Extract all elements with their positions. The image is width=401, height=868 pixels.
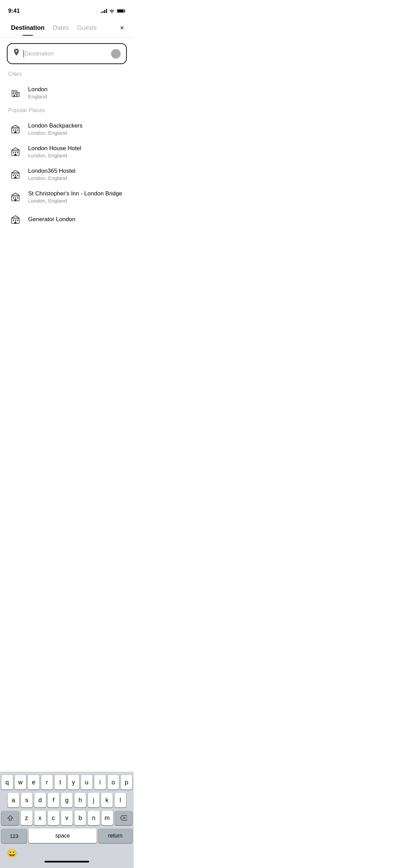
svg-rect-4 xyxy=(13,92,14,93)
svg-rect-1 xyxy=(125,10,125,12)
tab-bar: Destination Dates Guests × xyxy=(0,17,134,35)
svg-rect-7 xyxy=(15,93,16,94)
svg-rect-25 xyxy=(17,175,18,176)
svg-rect-18 xyxy=(13,152,14,153)
svg-rect-9 xyxy=(17,92,19,97)
hostel-icon xyxy=(8,167,23,181)
city-icon xyxy=(8,85,23,100)
svg-rect-15 xyxy=(17,130,18,131)
place-name: London365 Hostel xyxy=(28,168,75,174)
tab-destination[interactable]: Destination xyxy=(7,22,49,34)
place-name: Generator London xyxy=(28,216,75,223)
svg-rect-16 xyxy=(14,131,16,133)
list-item[interactable]: Generator London xyxy=(0,208,134,231)
search-input[interactable]: Destination xyxy=(23,50,108,58)
svg-rect-13 xyxy=(13,130,14,131)
hostel-icon xyxy=(8,190,23,204)
svg-rect-34 xyxy=(15,220,16,221)
city-sub: England xyxy=(28,94,48,99)
place-sub: London, England xyxy=(28,175,75,181)
svg-rect-35 xyxy=(17,220,18,221)
place-item-text: London Backpackers London, England xyxy=(28,122,83,136)
svg-rect-14 xyxy=(15,130,16,131)
svg-rect-36 xyxy=(14,222,16,224)
svg-rect-5 xyxy=(15,92,16,93)
city-name: London xyxy=(28,86,48,93)
status-icons xyxy=(101,9,125,13)
place-name: St Christopher's Inn - London Bridge xyxy=(28,190,122,197)
tab-divider xyxy=(0,37,134,38)
battery-icon xyxy=(117,9,125,13)
list-item[interactable]: St Christopher's Inn - London Bridge Lon… xyxy=(0,185,134,208)
svg-rect-21 xyxy=(14,154,16,156)
svg-rect-28 xyxy=(13,197,14,198)
place-item-text: London House Hotel London, England xyxy=(28,145,81,158)
svg-rect-29 xyxy=(15,197,16,198)
destination-search-box[interactable]: Destination xyxy=(7,43,127,64)
place-name: London Backpackers xyxy=(28,122,83,129)
list-item[interactable]: London365 Hostel London, England xyxy=(0,163,134,185)
svg-rect-31 xyxy=(14,199,16,201)
svg-rect-23 xyxy=(13,175,14,176)
pin-icon xyxy=(13,49,20,59)
cities-section-header: Cities xyxy=(0,71,134,77)
search-placeholder: Destination xyxy=(25,50,54,58)
list-item[interactable]: London England xyxy=(0,81,134,104)
svg-rect-30 xyxy=(17,197,18,198)
popular-places-header: Popular Places xyxy=(0,107,134,113)
svg-rect-8 xyxy=(14,95,15,97)
place-item-text: Generator London xyxy=(28,216,75,223)
svg-rect-6 xyxy=(13,93,14,94)
place-item-text: St Christopher's Inn - London Bridge Lon… xyxy=(28,190,122,204)
list-item[interactable]: London Backpackers London, England xyxy=(0,118,134,140)
place-sub: London, England xyxy=(28,153,81,158)
svg-rect-10 xyxy=(17,93,18,94)
place-sub: London, England xyxy=(28,198,122,204)
mic-button[interactable] xyxy=(111,49,121,59)
city-item-text: London England xyxy=(28,86,48,99)
tab-dates[interactable]: Dates xyxy=(49,22,73,34)
place-item-text: London365 Hostel London, England xyxy=(28,168,75,181)
hostel-icon xyxy=(8,144,23,159)
svg-rect-33 xyxy=(13,220,14,221)
tab-guests[interactable]: Guests xyxy=(73,22,101,34)
wifi-icon xyxy=(109,9,115,13)
svg-rect-19 xyxy=(15,152,16,153)
svg-rect-20 xyxy=(17,152,18,153)
text-cursor xyxy=(23,50,24,58)
signal-icon xyxy=(101,9,107,13)
close-button[interactable]: × xyxy=(117,21,127,35)
svg-rect-2 xyxy=(118,10,124,12)
list-item[interactable]: London House Hotel London, England xyxy=(0,140,134,163)
status-bar: 9:41 xyxy=(0,0,134,17)
svg-rect-11 xyxy=(17,95,18,95)
place-sub: London, England xyxy=(28,130,83,136)
status-time: 9:41 xyxy=(8,8,20,14)
place-name: London House Hotel xyxy=(28,145,81,152)
hostel-icon xyxy=(8,122,23,136)
svg-rect-24 xyxy=(15,175,16,176)
hostel-icon xyxy=(8,212,23,227)
svg-rect-26 xyxy=(14,177,16,178)
